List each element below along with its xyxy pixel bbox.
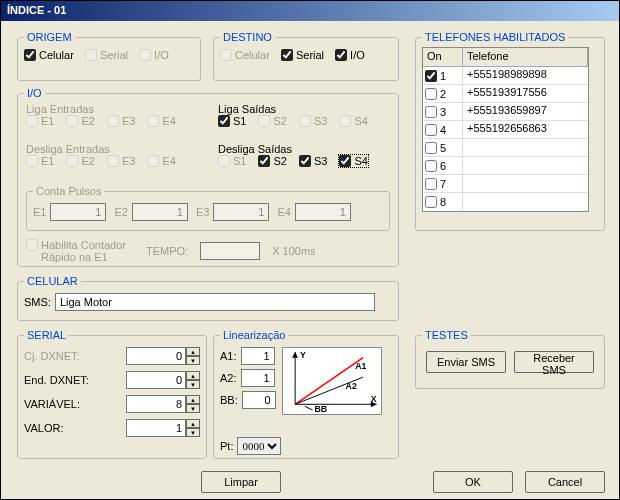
desliga-saida-s4[interactable]: S4 (339, 155, 367, 167)
ok-button[interactable]: OK (433, 471, 513, 493)
cancel-button[interactable]: Cancel (525, 471, 605, 493)
telefone-on-check[interactable] (425, 196, 437, 208)
telefone-row[interactable]: 4+555192656863 (423, 121, 588, 139)
lin-pt-select[interactable]: 0000 (237, 437, 281, 455)
telefone-number[interactable]: +555193917556 (463, 85, 588, 102)
telefone-number[interactable] (463, 175, 588, 192)
desliga-saida-s3[interactable]: S3 (299, 155, 327, 167)
telefone-on-check[interactable] (425, 70, 437, 82)
telefone-number[interactable] (463, 139, 588, 156)
limpar-button[interactable]: Limpar (201, 471, 281, 493)
destino-celular-check (220, 49, 232, 61)
origem-celular[interactable]: Celular (24, 49, 74, 61)
desliga-entradas: Desliga Entradas E1E2E3E4 (26, 143, 184, 167)
lin-a2-label: A2: (220, 372, 237, 384)
origem-serial: Serial (85, 49, 128, 61)
serial-variavel-down[interactable]: ▼ (186, 404, 200, 413)
titlebar: ÍNDICE - 01 (1, 1, 619, 21)
conta-pulsos-group: Conta Pulsos E1E2E3E4 (26, 185, 390, 231)
telefone-row[interactable]: 1+555198989898 (423, 67, 588, 85)
telefone-on-check[interactable] (425, 88, 437, 100)
telefone-number[interactable] (463, 157, 588, 174)
tempo-input (200, 242, 260, 260)
telefone-on-check[interactable] (425, 142, 437, 154)
origem-celular-check[interactable] (24, 49, 36, 61)
enviar-sms-button[interactable]: Enviar SMS (426, 351, 506, 373)
serial-variavel-label: VARIÁVEL: (24, 398, 80, 410)
telefone-index: 6 (440, 160, 446, 172)
linearizacao-legend: Linearização (220, 329, 288, 341)
telefone-on-check[interactable] (425, 178, 437, 190)
telefone-row[interactable]: 6 (423, 157, 588, 175)
conta-pulsos-e2-input (132, 203, 188, 221)
serial-end-dxnet-input[interactable] (126, 371, 186, 389)
telefone-row[interactable]: 5 (423, 139, 588, 157)
telefone-row[interactable]: 2+555193917556 (423, 85, 588, 103)
serial-cj-dxnet-up[interactable]: ▲ (186, 347, 200, 356)
origem-io-check (139, 49, 151, 61)
telefone-number[interactable] (463, 193, 588, 211)
liga-entradas: Liga Entradas E1E2E3E4 (26, 103, 184, 127)
tempo-label: TEMPO: (146, 245, 188, 257)
lin-bb-label: BB: (220, 394, 238, 406)
telefone-on-check[interactable] (425, 160, 437, 172)
desliga-saida-s4-check[interactable] (339, 155, 351, 167)
testes-legend: TESTES (422, 329, 471, 341)
liga-saida-s2-check (258, 115, 270, 127)
telefone-row[interactable]: 7 (423, 175, 588, 193)
desliga-saida-s2[interactable]: S2 (258, 155, 286, 167)
svg-marker-3 (292, 352, 298, 358)
lin-bb-input[interactable] (242, 391, 276, 409)
serial-end-dxnet-up[interactable]: ▲ (186, 371, 200, 380)
serial-cj-dxnet-down[interactable]: ▼ (186, 356, 200, 365)
telefone-row[interactable]: 8 (423, 193, 588, 211)
liga-saidas-label: Liga Saídas (218, 103, 376, 115)
telefones-group: TELEFONES HABILITADOS On Telefone 1+5551… (415, 31, 605, 231)
lin-chart: Y X A1 A2 BB (282, 347, 382, 415)
telefone-row[interactable]: 3+555193659897 (423, 103, 588, 121)
desliga-entrada-e3-check (107, 155, 119, 167)
liga-saida-s1-check[interactable] (218, 115, 230, 127)
serial-end-dxnet-down[interactable]: ▼ (186, 380, 200, 389)
desliga-entradas-label: Desliga Entradas (26, 143, 184, 155)
lin-a1-input[interactable] (241, 347, 275, 365)
liga-saida-s1[interactable]: S1 (218, 115, 246, 127)
serial-valor-down[interactable]: ▼ (186, 428, 200, 437)
destino-serial[interactable]: Serial (281, 49, 324, 61)
svg-text:A2: A2 (346, 381, 357, 391)
destino-io[interactable]: I/O (335, 49, 365, 61)
svg-text:BB: BB (315, 404, 328, 414)
liga-entrada-e2-check (66, 115, 78, 127)
serial-variavel-up[interactable]: ▲ (186, 395, 200, 404)
telefone-on-check[interactable] (425, 106, 437, 118)
telefone-index: 7 (440, 178, 446, 190)
telefone-number[interactable]: +555192656863 (463, 121, 588, 138)
destino-legend: DESTINO (220, 31, 275, 43)
lin-a2-input[interactable] (241, 369, 275, 387)
destino-serial-check[interactable] (281, 49, 293, 61)
telefone-index: 3 (440, 106, 446, 118)
desliga-saida-s2-check[interactable] (258, 155, 270, 167)
receber-sms-button[interactable]: Receber SMS (514, 351, 594, 373)
desliga-entrada-e2-check (66, 155, 78, 167)
serial-legend: SERIAL (24, 329, 69, 341)
desliga-saida-s3-check[interactable] (299, 155, 311, 167)
liga-entrada-e1: E1 (26, 115, 54, 127)
lin-pt-label: Pt: (220, 440, 233, 452)
telefone-index: 2 (440, 88, 446, 100)
col-telefone[interactable]: Telefone (463, 48, 588, 66)
liga-saida-s2: S2 (258, 115, 286, 127)
telefone-number[interactable]: +555193659897 (463, 103, 588, 120)
sms-input[interactable] (55, 293, 375, 311)
liga-saida-s3: S3 (299, 115, 327, 127)
telefone-on-check[interactable] (425, 124, 437, 136)
col-on[interactable]: On (423, 48, 463, 66)
destino-io-check[interactable] (335, 49, 347, 61)
telefone-number[interactable]: +555198989898 (463, 67, 588, 84)
serial-variavel-input[interactable] (126, 395, 186, 413)
serial-valor-up[interactable]: ▲ (186, 419, 200, 428)
serial-valor-input[interactable] (126, 419, 186, 437)
desliga-entrada-e1: E1 (26, 155, 54, 167)
celular-legend: CELULAR (24, 275, 81, 287)
serial-cj-dxnet-input[interactable] (126, 347, 186, 365)
